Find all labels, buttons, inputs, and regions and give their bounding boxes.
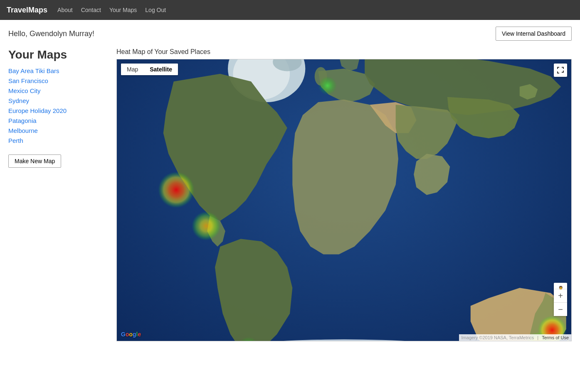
sidebar: Your Maps Bay Area Tiki Bars San Francis…: [8, 48, 108, 341]
map-link-melbourne[interactable]: Melbourne: [8, 127, 38, 134]
fullscreen-button[interactable]: [554, 64, 567, 77]
page-header: Hello, Gwendolyn Murray! View Internal D…: [0, 20, 580, 44]
attribution-separator: |: [537, 335, 538, 340]
google-watermark: Google: [121, 331, 141, 338]
list-item: Bay Area Tiki Bars: [8, 67, 108, 75]
main-content: Your Maps Bay Area Tiki Bars San Francis…: [0, 44, 580, 350]
zoom-in-button[interactable]: +: [554, 289, 567, 303]
world-map-svg: [117, 59, 571, 341]
terms-of-use-link[interactable]: Terms of Use: [542, 335, 569, 340]
zoom-controls: + −: [554, 289, 567, 316]
map-list: Bay Area Tiki Bars San Francisco Mexico …: [8, 67, 108, 145]
map-section-title: Heat Map of Your Saved Places: [116, 48, 572, 56]
list-item: Sydney: [8, 97, 108, 105]
list-item: Melbourne: [8, 127, 108, 135]
svg-point-7: [192, 211, 221, 240]
nav-your-maps[interactable]: Your Maps: [109, 7, 137, 13]
attribution-text: Imagery ©2019 NASA, TerraMetrics: [462, 335, 534, 340]
map-link-sydney[interactable]: Sydney: [8, 97, 29, 104]
svg-point-6: [158, 172, 194, 208]
map-link-bay-area[interactable]: Bay Area Tiki Bars: [8, 67, 59, 74]
map-tab-map[interactable]: Map: [121, 64, 144, 75]
map-link-mexico-city[interactable]: Mexico City: [8, 87, 41, 94]
brand-logo[interactable]: TravelMaps: [7, 6, 47, 15]
list-item: Europe Holiday 2020: [8, 107, 108, 115]
your-maps-title: Your Maps: [8, 48, 108, 61]
map-link-europe-holiday[interactable]: Europe Holiday 2020: [8, 107, 67, 114]
nav-logout[interactable]: Log Out: [145, 7, 166, 13]
map-tab-satellite[interactable]: Satellite: [144, 64, 178, 75]
make-new-map-button[interactable]: Make New Map: [8, 154, 61, 168]
svg-point-8: [318, 76, 337, 95]
nav-about[interactable]: About: [57, 7, 73, 13]
list-item: San Francisco: [8, 77, 108, 85]
nav-contact[interactable]: Contact: [81, 7, 101, 13]
map-type-tabs: Map Satellite: [121, 64, 178, 75]
list-item: Perth: [8, 137, 108, 145]
nav-links: About Contact Your Maps Log Out: [57, 7, 166, 13]
map-link-perth[interactable]: Perth: [8, 137, 23, 144]
map-container: Map Satellite 🧍 + − Google: [116, 59, 572, 341]
map-section: Heat Map of Your Saved Places: [116, 48, 572, 341]
fullscreen-icon: [557, 66, 564, 74]
navbar: TravelMaps About Contact Your Maps Log O…: [0, 0, 580, 20]
zoom-out-button[interactable]: −: [554, 303, 567, 316]
map-attribution: Imagery ©2019 NASA, TerraMetrics | Terms…: [459, 334, 571, 341]
view-dashboard-button[interactable]: View Internal Dashboard: [496, 27, 572, 41]
list-item: Mexico City: [8, 87, 108, 95]
map-link-san-francisco[interactable]: San Francisco: [8, 77, 48, 84]
map-link-patagonia[interactable]: Patagonia: [8, 117, 37, 124]
list-item: Patagonia: [8, 117, 108, 125]
greeting-text: Hello, Gwendolyn Murray!: [8, 29, 94, 38]
